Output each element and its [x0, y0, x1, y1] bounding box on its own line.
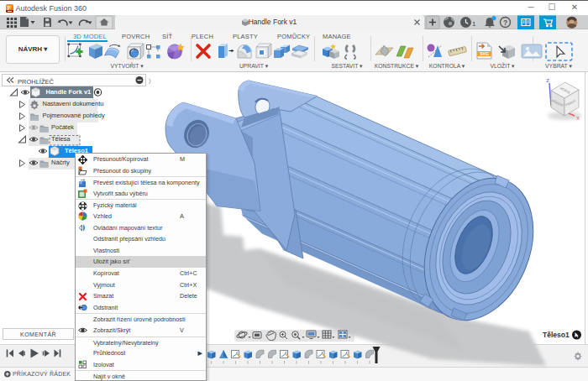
svg-text:Z: Z — [546, 78, 549, 83]
svg-text:X: X — [576, 116, 580, 121]
